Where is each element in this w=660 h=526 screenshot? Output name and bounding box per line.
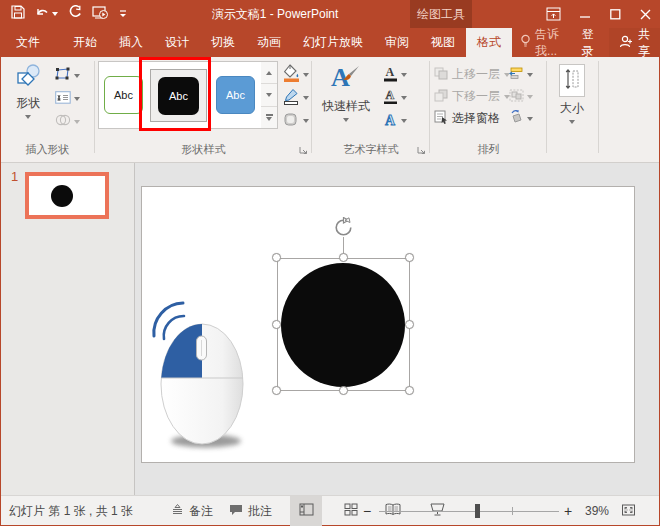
selection-handle[interactable] bbox=[272, 253, 281, 262]
selection-handle[interactable] bbox=[405, 386, 414, 395]
title-bar: 演示文稿1 - PowerPoint 绘图工具 bbox=[0, 0, 660, 28]
tab-slideshow[interactable]: 幻灯片放映 bbox=[292, 28, 374, 57]
slide-thumbnail-panel: 1 bbox=[1, 163, 135, 495]
selection-handle[interactable] bbox=[339, 386, 348, 395]
group-objects-button[interactable] bbox=[509, 86, 533, 107]
slide-sorter-icon bbox=[344, 503, 358, 519]
share-button[interactable]: 共享 bbox=[609, 28, 660, 57]
selection-handle[interactable] bbox=[339, 253, 348, 262]
insert-shapes-button[interactable]: 形状 bbox=[7, 63, 49, 119]
fit-slide-to-window-button[interactable] bbox=[621, 496, 636, 526]
comments-button[interactable]: 批注 bbox=[229, 496, 272, 526]
size-button[interactable]: 大小 bbox=[551, 64, 593, 124]
tab-animations[interactable]: 动画 bbox=[246, 28, 292, 57]
rotate-button[interactable] bbox=[509, 108, 533, 129]
shape-effects-button[interactable] bbox=[283, 110, 309, 131]
tab-transitions[interactable]: 切换 bbox=[200, 28, 246, 57]
gallery-more-button[interactable] bbox=[261, 107, 277, 128]
undo-dropdown-caret[interactable] bbox=[52, 12, 58, 16]
selected-circle-shape[interactable] bbox=[281, 263, 405, 387]
edit-shape-button[interactable] bbox=[55, 65, 80, 86]
tab-insert[interactable]: 插入 bbox=[108, 28, 154, 57]
wordart-group-label: 艺术字样式 bbox=[313, 142, 429, 157]
align-button[interactable] bbox=[509, 64, 533, 85]
tab-design[interactable]: 设计 bbox=[154, 28, 200, 57]
ribbon-tab-bar: 文件 开始 插入 设计 切换 动画 幻灯片放映 审阅 视图 格式 告诉我... … bbox=[0, 28, 660, 57]
slide-thumbnail-1[interactable] bbox=[25, 172, 109, 219]
customize-qat-button[interactable] bbox=[116, 2, 130, 26]
tell-me-box[interactable]: 告诉我... bbox=[512, 28, 572, 57]
gallery-scroll-up-button[interactable] bbox=[261, 62, 277, 84]
comments-label: 批注 bbox=[248, 503, 272, 520]
zoom-level[interactable]: 39% bbox=[585, 496, 609, 526]
shape-fill-icon bbox=[283, 64, 300, 85]
save-button[interactable] bbox=[8, 2, 28, 26]
svg-text:A: A bbox=[386, 88, 395, 102]
ribbon-display-options-button[interactable] bbox=[536, 0, 570, 28]
zoom-in-button[interactable]: + bbox=[564, 496, 572, 526]
shapes-icon bbox=[15, 63, 41, 92]
send-backward-icon bbox=[434, 89, 448, 105]
size-icon bbox=[559, 64, 585, 97]
slide-editing-area bbox=[136, 163, 659, 495]
bring-forward-button[interactable]: 上移一层 bbox=[434, 64, 510, 85]
zoom-slider-thumb[interactable] bbox=[475, 504, 480, 518]
redo-button[interactable] bbox=[65, 2, 85, 26]
quick-styles-button[interactable]: A 快速样式 bbox=[317, 62, 375, 122]
normal-view-button[interactable] bbox=[290, 496, 322, 526]
text-effects-icon: A bbox=[383, 111, 398, 131]
zoom-slider-center-tick bbox=[512, 507, 513, 515]
tab-format-active[interactable]: 格式 bbox=[466, 28, 512, 57]
maximize-button[interactable] bbox=[600, 0, 630, 28]
start-from-beginning-button[interactable] bbox=[89, 2, 112, 26]
close-button[interactable] bbox=[630, 0, 660, 28]
minimize-button[interactable] bbox=[570, 0, 600, 28]
shape-outline-button[interactable] bbox=[283, 87, 309, 108]
bring-forward-icon bbox=[434, 67, 448, 83]
tab-home[interactable]: 开始 bbox=[62, 28, 108, 57]
rotate-icon bbox=[509, 110, 524, 127]
selection-pane-button[interactable]: 选择窗格 bbox=[434, 108, 500, 129]
slide-indicator[interactable]: 幻灯片 第 1 张 , 共 1 张 bbox=[9, 496, 133, 526]
slide-canvas[interactable] bbox=[141, 186, 635, 463]
shape-effects-caret bbox=[303, 119, 309, 123]
zoom-out-button[interactable]: − bbox=[363, 496, 371, 526]
notes-icon bbox=[171, 504, 184, 518]
wordart-dialog-launcher[interactable] bbox=[417, 144, 426, 158]
tab-view[interactable]: 视图 bbox=[420, 28, 466, 57]
send-backward-button[interactable]: 下移一层 bbox=[434, 86, 510, 107]
quick-styles-label: 快速样式 bbox=[322, 98, 370, 115]
tab-review[interactable]: 审阅 bbox=[374, 28, 420, 57]
selection-handle[interactable] bbox=[272, 320, 281, 329]
tab-file[interactable]: 文件 bbox=[2, 28, 54, 57]
workspace: 1 bbox=[1, 163, 659, 495]
send-backward-label: 下移一层 bbox=[452, 88, 500, 105]
sign-in-button[interactable]: 登录 bbox=[572, 28, 609, 57]
shape-fill-button[interactable] bbox=[283, 64, 309, 85]
text-outline-button[interactable]: A bbox=[383, 87, 407, 108]
window-controls bbox=[536, 0, 660, 28]
text-box-button[interactable] bbox=[55, 88, 80, 109]
shape-style-thumbnail-3[interactable]: Abc bbox=[216, 76, 255, 114]
group-shape-styles: Abc Abc Abc bbox=[96, 57, 311, 162]
merge-shapes-button[interactable] bbox=[55, 111, 80, 132]
text-fill-button[interactable]: A bbox=[383, 64, 407, 85]
notes-button[interactable]: 备注 bbox=[171, 496, 213, 526]
ribbon-format-contextual: 形状 插入形状 Abc Abc bbox=[1, 57, 659, 163]
gallery-scroll-down-button[interactable] bbox=[261, 84, 277, 106]
rotation-handle[interactable] bbox=[333, 217, 354, 238]
selection-handle[interactable] bbox=[405, 320, 414, 329]
undo-button[interactable] bbox=[32, 2, 61, 26]
shape-styles-dialog-launcher[interactable] bbox=[299, 144, 308, 158]
mouse-click-clipart[interactable] bbox=[148, 294, 248, 454]
selection-handle[interactable] bbox=[405, 253, 414, 262]
size-caret bbox=[569, 120, 575, 124]
shape-fill-caret bbox=[303, 73, 309, 77]
selection-handle[interactable] bbox=[272, 386, 281, 395]
text-effects-button[interactable]: A bbox=[383, 110, 407, 131]
group-separator bbox=[598, 61, 599, 153]
group-separator bbox=[94, 61, 95, 153]
zoom-slider-track[interactable] bbox=[379, 511, 559, 512]
window-title: 演示文稿1 - PowerPoint bbox=[212, 0, 339, 28]
shape-style-thumbnail-1[interactable]: Abc bbox=[104, 76, 143, 114]
